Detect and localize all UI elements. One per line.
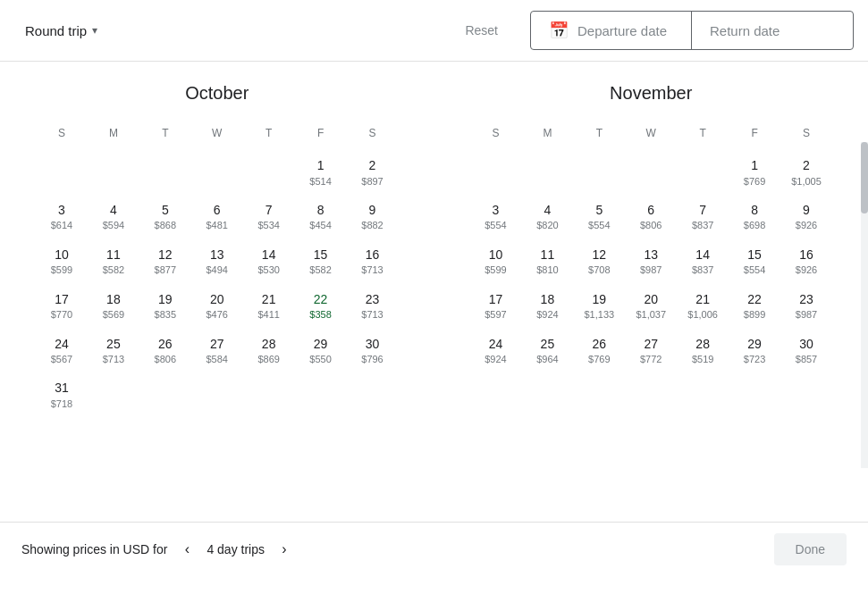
calendar-day-cell[interactable]: 11$810 xyxy=(521,239,573,284)
calendar-day-cell[interactable]: 25$713 xyxy=(88,329,139,373)
calendar-day-cell[interactable]: 12$708 xyxy=(573,239,625,284)
day-number: 6 xyxy=(647,202,654,220)
calendar-day-cell[interactable]: 30$857 xyxy=(780,329,832,373)
calendar-day-cell[interactable]: 29$550 xyxy=(295,329,347,373)
calendar-day-cell[interactable]: 10$599 xyxy=(36,239,88,284)
calendar-day-cell[interactable]: 22$899 xyxy=(729,284,780,329)
prev-duration-button[interactable]: ‹ xyxy=(174,537,199,562)
calendar-day-cell[interactable]: 29$723 xyxy=(729,329,780,373)
calendar-day-cell[interactable]: 15$582 xyxy=(295,239,347,284)
calendar-day-cell[interactable]: 10$599 xyxy=(470,239,522,284)
calendar-day-cell[interactable]: 6$806 xyxy=(625,195,677,239)
departure-date-field[interactable]: 📅 Departure date xyxy=(531,12,692,49)
return-date-field[interactable]: Return date xyxy=(692,12,853,49)
empty-day-cell xyxy=(88,150,139,195)
day-number: 29 xyxy=(747,336,762,354)
calendar-day-cell[interactable]: 17$770 xyxy=(36,284,88,329)
calendar-day-cell[interactable]: 9$882 xyxy=(347,195,399,239)
calendar-day-cell[interactable]: 20$476 xyxy=(191,284,243,329)
round-trip-button[interactable]: Round trip ▾ xyxy=(14,16,108,46)
calendar-day-cell[interactable]: 18$569 xyxy=(88,284,139,329)
day-price: $987 xyxy=(640,264,662,276)
day-number: 11 xyxy=(541,247,555,264)
day-price: $772 xyxy=(640,353,662,365)
calendar-day-cell[interactable]: 2$897 xyxy=(347,150,399,195)
day-header: T xyxy=(243,121,295,150)
calendar-day-cell[interactable]: 9$926 xyxy=(780,195,832,239)
chevron-down-icon: ▾ xyxy=(92,24,97,37)
calendar-day-cell[interactable]: 23$987 xyxy=(780,284,832,329)
calendar-day-cell[interactable]: 19$835 xyxy=(139,284,191,329)
calendar-day-cell[interactable]: 28$869 xyxy=(243,329,295,373)
empty-day-cell xyxy=(243,150,295,195)
reset-button[interactable]: Reset xyxy=(454,16,509,45)
day-number: 4 xyxy=(544,202,551,220)
day-number: 11 xyxy=(106,247,121,264)
day-price: $530 xyxy=(257,264,279,276)
calendar-day-cell[interactable]: 14$837 xyxy=(677,239,729,284)
calendar-day-cell[interactable]: 4$820 xyxy=(521,195,573,239)
calendar-day-cell[interactable]: 17$597 xyxy=(470,284,522,329)
day-number: 10 xyxy=(55,247,69,264)
calendar-day-cell[interactable]: 28$519 xyxy=(677,329,729,373)
empty-day-cell xyxy=(295,372,347,417)
day-number: 25 xyxy=(541,336,555,354)
calendar-day-cell[interactable]: 22$358 xyxy=(295,284,347,329)
day-price: $857 xyxy=(796,353,817,365)
calendar-day-cell[interactable]: 13$494 xyxy=(191,239,243,284)
calendar-day-cell[interactable]: 23$713 xyxy=(347,284,399,329)
day-header: W xyxy=(191,121,243,150)
calendar-day-cell[interactable]: 8$454 xyxy=(295,195,347,239)
calendar-day-cell[interactable]: 25$964 xyxy=(521,329,573,373)
calendar-day-cell[interactable]: 5$868 xyxy=(139,195,191,239)
empty-day-cell xyxy=(191,150,243,195)
done-button[interactable]: Done xyxy=(774,533,847,565)
calendar-day-cell[interactable]: 1$514 xyxy=(295,150,347,195)
return-date-label: Return date xyxy=(710,23,780,38)
calendar-day-cell[interactable]: 3$614 xyxy=(36,195,88,239)
calendar-day-cell[interactable]: 6$481 xyxy=(191,195,243,239)
calendar-day-cell[interactable]: 24$567 xyxy=(36,329,88,373)
calendar-day-cell[interactable]: 4$594 xyxy=(88,195,139,239)
scrollbar-track[interactable] xyxy=(861,142,868,468)
calendar-day-cell[interactable]: 1$769 xyxy=(729,150,780,195)
calendar-day-cell[interactable]: 8$698 xyxy=(729,195,780,239)
day-price: $806 xyxy=(640,219,662,231)
day-number: 24 xyxy=(489,336,503,354)
calendar-day-cell[interactable]: 7$837 xyxy=(677,195,729,239)
day-header: T xyxy=(677,121,729,150)
calendar-day-cell[interactable]: 16$926 xyxy=(780,239,832,284)
calendar-day-cell[interactable]: 19$1,133 xyxy=(573,284,625,329)
calendar-day-cell[interactable]: 3$554 xyxy=(470,195,522,239)
calendar-day-cell[interactable]: 27$584 xyxy=(191,329,243,373)
next-duration-button[interactable]: › xyxy=(272,537,297,562)
calendar-day-cell[interactable]: 24$924 xyxy=(470,329,522,373)
calendar-day-cell[interactable]: 18$924 xyxy=(521,284,573,329)
scrollbar-thumb[interactable] xyxy=(861,142,868,213)
calendar-day-cell[interactable]: 12$877 xyxy=(139,239,191,284)
calendar-day-cell[interactable]: 20$1,037 xyxy=(625,284,677,329)
calendar-day-cell[interactable]: 11$582 xyxy=(88,239,139,284)
day-price: $926 xyxy=(796,264,817,276)
calendar-day-cell[interactable]: 5$554 xyxy=(573,195,625,239)
day-number: 20 xyxy=(210,291,224,309)
calendar-day-cell[interactable]: 21$411 xyxy=(243,284,295,329)
calendar-day-cell[interactable]: 27$772 xyxy=(625,329,677,373)
day-price: $519 xyxy=(692,353,713,365)
day-header: M xyxy=(88,121,139,150)
day-header: M xyxy=(521,121,573,150)
calendar-day-cell[interactable]: 13$987 xyxy=(625,239,677,284)
calendar-day-cell[interactable]: 7$534 xyxy=(243,195,295,239)
calendar-day-cell[interactable]: 26$806 xyxy=(139,329,191,373)
calendar-day-cell[interactable]: 30$796 xyxy=(347,329,399,373)
calendar-day-cell[interactable]: 21$1,006 xyxy=(677,284,729,329)
calendar-day-cell[interactable]: 14$530 xyxy=(243,239,295,284)
calendar-day-cell[interactable]: 26$769 xyxy=(573,329,625,373)
calendars-wrapper: October SMTWTFS 1$5142$8973$6144$5945$86… xyxy=(0,62,868,522)
calendar-day-cell[interactable]: 15$554 xyxy=(729,239,780,284)
calendar-day-cell[interactable]: 31$718 xyxy=(36,372,88,417)
day-price: $550 xyxy=(309,353,331,365)
day-number: 9 xyxy=(369,202,376,220)
calendar-day-cell[interactable]: 16$713 xyxy=(347,239,399,284)
calendar-day-cell[interactable]: 2$1,005 xyxy=(780,150,832,195)
